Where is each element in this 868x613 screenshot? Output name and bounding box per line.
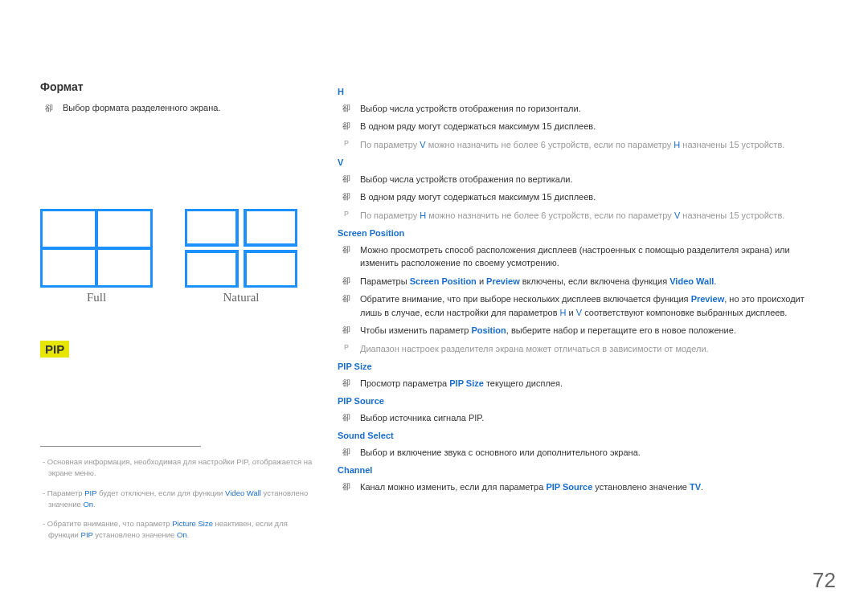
- footnote-3: - Обратите внимание, что параметр Pictur…: [40, 518, 313, 541]
- footnote-divider: [40, 446, 201, 447]
- diagram-natural-label: Natural: [185, 291, 297, 304]
- footnote-1: - Основная информация, необходимая для н…: [40, 456, 313, 480]
- h-note: По параметру V можно назначить не более …: [338, 138, 828, 152]
- sp-bullet-1: Можно просмотреть способ расположения ди…: [338, 243, 828, 270]
- sound-select-bullet: Выбор и включение звука с основного или …: [338, 446, 828, 460]
- format-heading: Формат: [40, 80, 313, 93]
- v-heading: V: [338, 156, 828, 170]
- v-bullet-2: В одном ряду могут содержаться максимум …: [338, 190, 828, 204]
- page-body: Формат Выбор формата разделенного экрана…: [0, 0, 868, 550]
- svg-rect-3: [186, 210, 237, 245]
- h-heading: H: [338, 85, 828, 99]
- channel-bullet: Канал можно изменить, если для параметра…: [338, 480, 828, 494]
- left-column: Формат Выбор формата разделенного экрана…: [40, 80, 338, 550]
- svg-rect-6: [245, 251, 297, 287]
- sp-note: Диапазон настроек разделителя экрана мож…: [338, 342, 828, 356]
- svg-rect-4: [245, 210, 297, 245]
- diagram-full: Full: [40, 209, 153, 304]
- grid-natural-icon: [185, 209, 297, 288]
- footnote-2: - Параметр PIP будет отключен, если для …: [40, 488, 313, 511]
- v-bullet-1: Выбор числа устройств отображения по вер…: [338, 173, 828, 186]
- pip-source-bullet: Выбор источника сигнала PIP.: [338, 411, 828, 425]
- grid-full-icon: [40, 209, 153, 288]
- format-bullet: Выбор формата разделенного экрана.: [40, 103, 313, 112]
- format-diagrams: Full Natural: [40, 209, 313, 304]
- pip-source-heading: PIP Source: [338, 394, 828, 408]
- sound-select-heading: Sound Select: [338, 429, 828, 443]
- diagram-natural: Natural: [185, 209, 297, 304]
- sp-bullet-4: Чтобы изменить параметр Position, выбери…: [338, 324, 828, 337]
- diagram-full-label: Full: [40, 291, 153, 304]
- page-number: 72: [813, 568, 836, 593]
- sp-bullet-3: Обратите внимание, что при выборе нескол…: [338, 292, 828, 319]
- channel-heading: Channel: [338, 464, 828, 477]
- svg-rect-5: [186, 251, 237, 287]
- h-bullet-1: Выбор числа устройств отображения по гор…: [338, 102, 828, 116]
- pip-size-heading: PIP Size: [338, 360, 828, 374]
- h-bullet-2: В одном ряду могут содержаться максимум …: [338, 120, 828, 133]
- v-note: По параметру H можно назначить не более …: [338, 209, 828, 223]
- right-column: H Выбор числа устройств отображения по г…: [338, 80, 828, 550]
- sp-bullet-2: Параметры Screen Position и Preview вклю…: [338, 275, 828, 288]
- pip-badge: PIP: [40, 341, 69, 358]
- pip-size-bullet: Просмотр параметра PIP Size текущего дис…: [338, 377, 828, 390]
- screen-position-heading: Screen Position: [338, 227, 828, 240]
